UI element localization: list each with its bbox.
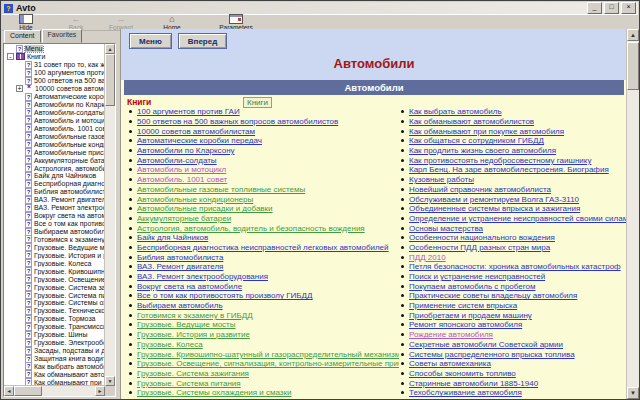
book-link[interactable]: Приобретаем и продаем машину [409,311,532,320]
book-link[interactable]: Все о том как противостоять произволу ГИ… [137,291,312,300]
book-link[interactable]: Обслуживаем и ремонтируем Волга ГАЗ-3110 [409,195,579,204]
menu-button[interactable]: Меню [129,33,172,49]
book-link[interactable]: Поиск и устранение неисправностей [409,272,545,281]
book-link[interactable]: Системы распределенного впрыска топлива [409,350,575,359]
tree-item[interactable]: ?Грузовые. Система питан [5,291,104,299]
tree-item[interactable]: ?Автомобили по Кларксону [5,101,104,109]
book-link[interactable]: Применение систем впрыска [409,301,517,310]
book-link[interactable]: Как продлить жизнь своего автомобиля [409,146,556,155]
tree-item[interactable]: ?Грузовые. Системы охлаж [5,299,104,307]
book-link[interactable]: Советы автомеханика [409,359,491,368]
scroll-up-icon[interactable]: ▲ [105,44,115,54]
tree-item[interactable]: ?Как обманывают при пок [5,378,104,385]
tree-vertical-scrollbar[interactable]: ▲ ▼ [104,44,115,386]
book-link[interactable]: Автомобили-солдаты [137,156,217,165]
tree-item[interactable]: ?Байк для Чайников [5,172,104,180]
tree-item[interactable]: ?Как обманывают автомоб [5,370,104,378]
book-link[interactable]: ВАЗ. Ремонт двигателя [137,262,223,271]
book-link[interactable]: Техобслуживание автомобиля [409,388,522,397]
tree-item[interactable]: ?Готовимся к экзамену в Г [5,236,104,244]
tree-item[interactable]: ?Грузовые. Система зажиг [5,283,104,291]
book-link[interactable]: Как общаться с сотрудником ГИБДД [409,136,544,145]
tree-item[interactable]: ?Грузовые. Колеса [5,259,104,267]
tree-item[interactable]: ?Menu [5,45,104,53]
book-link[interactable]: Рождение автомобиля [409,330,493,339]
book-link[interactable]: Автомобильные кондиционеры [137,195,253,204]
tree-item[interactable]: ?Автомобиль. 1001 совет [5,124,104,132]
tree-item[interactable]: ?Астрология, автомобиль, [5,164,104,172]
book-link[interactable]: Способы экономить топливо [409,369,516,378]
book-link[interactable]: Покупаем автомобиль с пробегом [409,282,535,291]
books-top-link[interactable]: Книги [243,97,272,108]
tree-item[interactable]: ?Автомобили-солдаты [5,109,104,117]
book-link[interactable]: Как обманывают автомобилистов [409,117,534,126]
book-link[interactable]: Грузовые. Системы охлаждения и смазки [137,388,291,397]
maximize-button[interactable]: □ [604,2,619,14]
minimize-button[interactable]: _ [587,2,602,14]
hscroll-track[interactable] [42,386,95,396]
book-link[interactable]: Вокруг света на автомобиле [137,282,242,291]
book-link[interactable]: 100 аргументов против ГАИ [137,107,240,116]
tree-item[interactable]: ?Все о том как противосто [5,220,104,228]
book-link[interactable]: Как выбрать автомобиль [409,107,502,116]
tree-item[interactable]: ?Засады, подставы и други [5,347,104,355]
tree-horizontal-scrollbar[interactable]: ◄ ► [4,385,105,396]
book-link[interactable]: Грузовые. Система питания [137,379,241,388]
content-scroll-down-icon[interactable]: ▼ [627,387,639,399]
book-link[interactable]: Особенности национального вождения [409,233,555,242]
book-link[interactable]: Практические советы владельцу автомобиля [409,291,577,300]
book-link[interactable]: Автомобильные присадки и добавки [137,204,273,213]
scroll-right-icon[interactable]: ► [95,386,105,396]
tree-item[interactable]: ?100 аргументов против ГА [5,69,104,77]
book-link[interactable]: ВАЗ. Ремонт электрооборудования [137,272,268,281]
collapse-icon[interactable]: - [7,53,14,60]
book-link[interactable]: Автомобиль. 1001 совет [137,175,227,184]
book-link[interactable]: ПДД 2010 [409,253,446,262]
tree-item[interactable]: -Книги [5,53,104,61]
book-link[interactable]: Ремонт японского автомобиля [409,320,522,329]
book-link[interactable]: Грузовые. Колеса [137,340,203,349]
book-link[interactable]: Астрология, автомобиль, водитель и безоп… [137,224,365,233]
tree-item[interactable]: ?Автоматические коробки [5,93,104,101]
tree-item[interactable]: ?ВАЗ. Ремонт двигателя [5,196,104,204]
book-link[interactable]: Основы мастерства [409,224,483,233]
content-vertical-scrollbar[interactable]: ▲ ▼ [626,29,639,399]
book-link[interactable]: Автоматические коробки передач [137,136,262,145]
book-link[interactable]: Грузовые. Освещение, сигнализация, контр… [137,359,399,368]
tree-item[interactable]: ?Грузовые. Трансмиссия [5,323,104,331]
book-link[interactable]: Секретные автомобили Советской армии [409,340,563,349]
tree-item[interactable]: ?Грузовые. Кривошипно-ш [5,267,104,275]
book-link[interactable]: 10000 советов автомобилистам [137,127,255,136]
tree-item[interactable]: ?Аккумуляторные батареи [5,156,104,164]
book-link[interactable]: Байк для Чайников [137,233,208,242]
tree-item[interactable]: ?Защитная книга водителя [5,355,104,363]
tree-item[interactable]: +*10000 советов автомобил [5,85,104,93]
tree-item[interactable]: ?Как выбрать автомобиль [5,363,104,371]
tree-item[interactable]: ?Грузовые. Техническое об [5,307,104,315]
close-button[interactable]: × [621,2,636,14]
scroll-left-icon[interactable]: ◄ [4,386,14,396]
book-link[interactable]: Бесприборная диагностика неисправностей … [137,243,389,252]
book-link[interactable]: Объединенные системы впрыска и зажигания [409,204,580,213]
book-link[interactable]: Новейший справочник автомобилиста [409,185,551,194]
book-link[interactable]: Выбираем автомобиль [137,301,223,310]
book-link[interactable]: Библия автомобилиста [137,253,223,262]
tree-item[interactable]: ?31 совет про то, как жить [5,61,104,69]
tree-item[interactable]: ?Вокруг света на автомоби [5,212,104,220]
tree-item[interactable]: ?Выбираем автомобиль [5,228,104,236]
tree-item[interactable]: ?Грузовые. Электрооборуд [5,339,104,347]
book-link[interactable]: Грузовые. Ведущие мосты [137,320,236,329]
tree-item[interactable]: ?Грузовые. Ведущие мост [5,243,104,251]
book-link[interactable]: Карл Бенц. На заре автомобилестроения. Б… [409,165,609,174]
content-scroll-up-icon[interactable]: ▲ [627,29,639,41]
tree-item[interactable]: ?Грузовые. Тормоза [5,315,104,323]
book-link[interactable]: Автомобильные газовые топливные системы [137,185,305,194]
tab-content[interactable]: Content [4,30,41,43]
book-link[interactable]: Автомобили по Кларксону [137,146,235,155]
book-link[interactable]: Грузовые. Кривошипно-шатунный и газорасп… [137,350,399,359]
book-link[interactable]: Грузовые. Система зажигания [137,369,249,378]
tree-item[interactable]: ?ВАЗ. Ремонт электрообор [5,204,104,212]
tree-item[interactable]: ?Автомобиль и мотоцикл [5,116,104,124]
tree-item[interactable]: ?Автомобильные газовые [5,132,104,140]
tab-favorites[interactable]: Favorites [42,29,83,43]
